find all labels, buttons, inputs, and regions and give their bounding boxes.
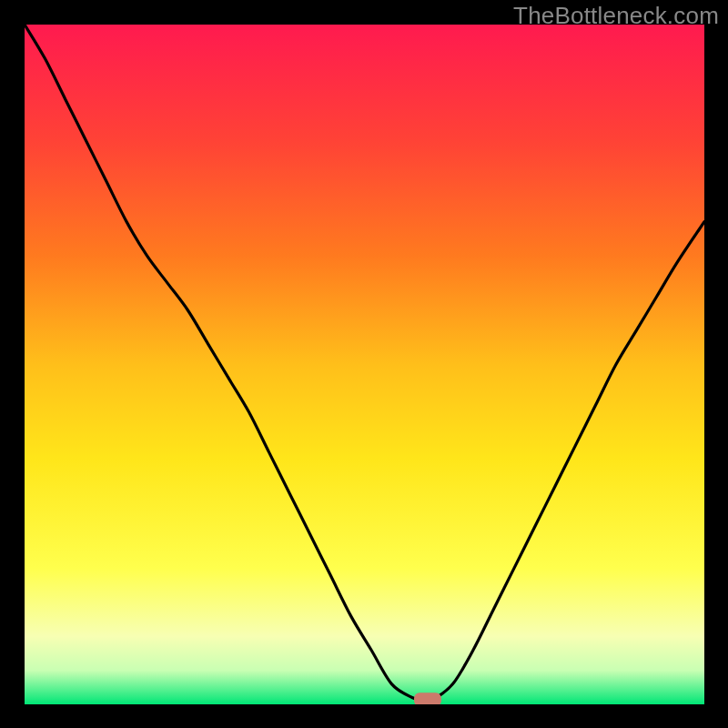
optimal-point-marker xyxy=(414,693,441,704)
watermark-text: TheBottleneck.com xyxy=(513,2,719,30)
chart-frame: TheBottleneck.com xyxy=(0,0,728,728)
plot-area xyxy=(25,25,704,704)
gradient-background xyxy=(25,25,704,704)
bottleneck-chart-svg xyxy=(25,25,704,704)
